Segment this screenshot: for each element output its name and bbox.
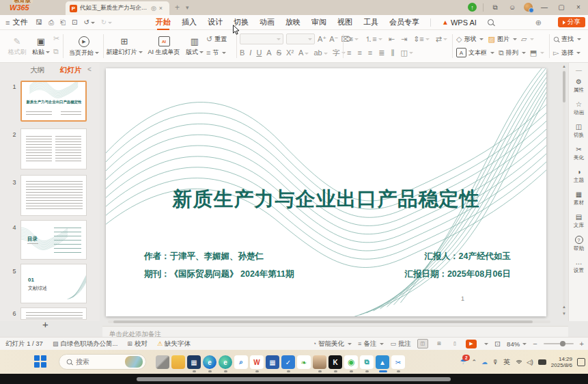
notes-bar[interactable]: 单击此处添加备注: [102, 326, 568, 337]
paste-button[interactable]: ▣ 粘贴: [30, 31, 52, 61]
format-painter-button[interactable]: ✎ 格式刷: [5, 31, 29, 61]
italic-button[interactable]: I: [249, 49, 251, 57]
zoom-in-button[interactable]: +: [580, 340, 584, 348]
arrange-button[interactable]: ⧉ 排列: [499, 46, 526, 59]
slide-thumbnail-2[interactable]: [20, 128, 87, 169]
copy-icon[interactable]: ⧉: [53, 47, 59, 56]
columns-button[interactable]: ◫: [401, 49, 413, 57]
play-options-icon[interactable]: [484, 343, 488, 345]
new-tab-button[interactable]: +: [175, 3, 180, 12]
zoom-out-button[interactable]: −: [533, 340, 537, 348]
sorter-view-button[interactable]: ⊞: [434, 340, 444, 348]
wps-app-icon[interactable]: W: [250, 355, 264, 369]
font-name-select[interactable]: [240, 33, 283, 44]
find-button[interactable]: 查找: [553, 32, 581, 46]
docs-app-icon[interactable]: ✓: [281, 355, 295, 369]
meeting-app-icon[interactable]: ▲: [376, 355, 389, 369]
collapse-rail-icon[interactable]: —: [576, 67, 582, 74]
workspace-icon[interactable]: ⧉: [490, 3, 501, 12]
rail-settings-button[interactable]: … 设置: [569, 258, 588, 275]
bullets-button[interactable]: ∶≡: [347, 35, 359, 44]
proofread-button[interactable]: ⊞ 校对: [127, 340, 148, 348]
menu-tab-home[interactable]: 开始: [156, 17, 171, 27]
microphone-icon[interactable]: 🎙: [492, 359, 499, 366]
menu-tab-design[interactable]: 设计: [208, 17, 223, 27]
share-button[interactable]: 分享: [558, 17, 585, 27]
prev-slide-icon[interactable]: ▲: [561, 305, 567, 309]
new-slide-button[interactable]: ⊞ 新建幻灯片: [105, 31, 143, 61]
textbox-button[interactable]: A 文本框: [456, 46, 494, 59]
rail-transition-button[interactable]: ◫ 切换: [569, 123, 588, 139]
rail-library-button[interactable]: ▤ 文库: [569, 213, 588, 230]
minimize-button[interactable]: —: [539, 3, 550, 11]
start-button[interactable]: [34, 355, 46, 368]
tab-close-icon[interactable]: ×: [159, 5, 163, 12]
zoom-slider[interactable]: [544, 343, 574, 344]
slide-canvas[interactable]: 新质生产力与企业出口产品稳定性 作者：于津平、李媚媚、孙楚仁 期刊：《国际贸易问…: [106, 68, 546, 316]
menu-tab-review[interactable]: 审阅: [311, 17, 326, 27]
browser-360-icon[interactable]: e: [219, 355, 232, 369]
slide-thumbnail-1[interactable]: 新质生产力与企业出口产品稳定性: [20, 81, 87, 122]
play-from-current-button[interactable]: ▶ 当页开始: [66, 31, 102, 61]
clock[interactable]: 14:29 2025/8/6: [551, 356, 572, 368]
text-direction-button[interactable]: ⇄: [436, 35, 447, 44]
layout-button[interactable]: ▥ 版式: [183, 31, 206, 61]
green-bird-app-icon[interactable]: ❧: [297, 355, 311, 369]
align-right-button[interactable]: ≡: [368, 49, 372, 57]
preview-icon[interactable]: ⊡: [72, 18, 77, 26]
superscript-button[interactable]: X²: [286, 49, 294, 57]
select-button[interactable]: ▻ 选择: [553, 46, 581, 59]
contact-app-icon[interactable]: [313, 355, 326, 369]
rail-beautify-button[interactable]: ✂ 美化: [569, 146, 588, 162]
font-color-button[interactable]: A: [298, 49, 309, 57]
tray-expand-icon[interactable]: ⌃: [471, 359, 477, 366]
rail-properties-button[interactable]: ⚙ 属性: [569, 78, 588, 94]
highlight-button[interactable]: ab: [313, 49, 327, 57]
align-left-button[interactable]: ≡: [347, 49, 351, 57]
save-icon[interactable]: 🖫: [36, 18, 42, 26]
tray-notify-app-icon[interactable]: ☂ 2: [460, 357, 467, 366]
edge-browser-icon[interactable]: e: [203, 355, 216, 369]
underline-button[interactable]: U: [256, 49, 262, 57]
scroll-up-icon[interactable]: ▲: [561, 64, 567, 68]
line-spacing-button[interactable]: ⇕≡: [413, 35, 430, 44]
font-size-select[interactable]: [286, 33, 315, 44]
update-icon[interactable]: ↑: [468, 3, 477, 12]
tab-list-chevron-icon[interactable]: ▾: [186, 4, 189, 11]
normal-view-button[interactable]: ◫: [417, 339, 428, 348]
align-center-button[interactable]: ≡: [357, 49, 361, 57]
menu-tab-view[interactable]: 视图: [337, 17, 352, 27]
collapse-panel-icon[interactable]: <: [87, 66, 92, 73]
menu-tab-slideshow[interactable]: 放映: [285, 17, 300, 27]
menu-tab-animation[interactable]: 动画: [260, 17, 275, 27]
file-menu[interactable]: ≡ 文件: [5, 15, 27, 29]
wifi-icon[interactable]: [515, 359, 522, 364]
file-explorer-icon[interactable]: [171, 355, 185, 369]
cloud-sync-icon[interactable]: ☁: [481, 359, 488, 366]
task-view-icon[interactable]: [156, 355, 169, 369]
theme-button[interactable]: ▨ 白绿色职场办公简...: [53, 340, 117, 348]
menu-tab-insert[interactable]: 插入: [182, 17, 197, 27]
vertical-scrollbar[interactable]: ▲ ▲ ▼: [561, 64, 567, 321]
redo-icon[interactable]: ↻: [101, 18, 112, 26]
rail-material-button[interactable]: ▦ 素材: [569, 191, 588, 207]
horizontal-scrollbar[interactable]: [108, 320, 550, 324]
shapes-button[interactable]: ◇ 形状: [456, 32, 484, 46]
vscroll-thumb[interactable]: [563, 71, 565, 102]
smart-beautify-button[interactable]: ◔ 智能美化: [313, 340, 352, 348]
slide-thumbnail-6[interactable]: [20, 307, 87, 320]
zoom-level-button[interactable]: 84%: [507, 340, 527, 348]
output-icon[interactable]: ⎙: [48, 18, 54, 27]
justify-button[interactable]: ≣: [378, 49, 384, 57]
picture-button[interactable]: ▨ 图片: [488, 32, 516, 46]
author-block[interactable]: 作者：于津平、李媚媚、孙楚仁 期刊：《国际贸易问题》 2024年第11期: [144, 247, 294, 283]
section-button[interactable]: ≡ 节: [206, 46, 227, 59]
menu-tab-member[interactable]: 会员专享: [389, 17, 419, 27]
print-icon[interactable]: ⎗: [60, 18, 66, 27]
ai-generate-button[interactable]: AI AI 生成单页: [145, 31, 183, 61]
document-tab[interactable]: P 代如玉_新质生产力与企业出... ◎ ×: [66, 1, 169, 15]
numbering-button[interactable]: ⒈≡: [365, 34, 382, 44]
zoom-slider-knob[interactable]: [560, 341, 565, 346]
app-grid-icon[interactable]: ▦: [187, 355, 201, 369]
ime-indicator[interactable]: 英: [503, 357, 510, 367]
